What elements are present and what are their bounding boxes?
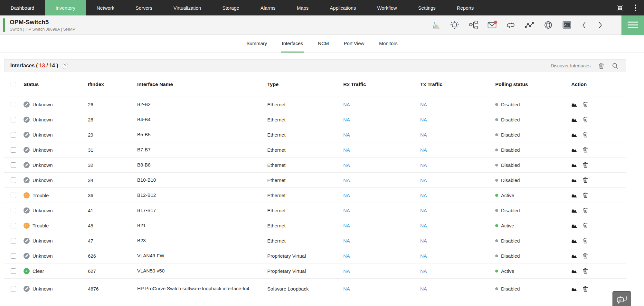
collapse-icon[interactable]: [616, 4, 623, 11]
nav-item-maps[interactable]: Maps: [286, 0, 319, 15]
chevron-left-icon[interactable]: [581, 21, 587, 29]
row-checkbox[interactable]: [11, 238, 16, 244]
performance-graph-icon[interactable]: [431, 21, 440, 30]
tx-traffic-link[interactable]: NA: [420, 238, 427, 244]
traffic-graph-icon[interactable]: [571, 177, 577, 183]
traffic-graph-icon[interactable]: [571, 192, 577, 198]
tab-summary[interactable]: Summary: [246, 35, 268, 53]
traffic-graph-icon[interactable]: [571, 162, 577, 168]
kebab-menu-icon[interactable]: [632, 4, 639, 11]
rx-traffic-link[interactable]: NA: [343, 177, 350, 183]
tab-port-view[interactable]: Port View: [343, 35, 365, 53]
row-checkbox[interactable]: [11, 132, 16, 138]
alarm-bell-icon[interactable]: [450, 21, 459, 30]
row-checkbox[interactable]: [11, 208, 16, 213]
nav-item-reports[interactable]: Reports: [446, 0, 485, 15]
tx-traffic-link[interactable]: NA: [420, 208, 427, 213]
row-checkbox[interactable]: [11, 147, 16, 153]
tab-ncm[interactable]: NCM: [317, 35, 329, 53]
tx-traffic-link[interactable]: NA: [420, 253, 427, 259]
traffic-graph-icon[interactable]: [571, 223, 577, 229]
tx-traffic-link[interactable]: NA: [420, 286, 427, 292]
row-checkbox[interactable]: [11, 117, 16, 122]
delete-row-icon[interactable]: [582, 101, 588, 108]
globe-icon[interactable]: [544, 21, 553, 30]
rx-traffic-link[interactable]: NA: [343, 132, 350, 138]
chat-widget[interactable]: [612, 291, 631, 306]
traffic-graph-icon[interactable]: [571, 101, 577, 108]
delete-row-icon[interactable]: [582, 238, 588, 244]
delete-row-icon[interactable]: [582, 162, 588, 168]
delete-row-icon[interactable]: [582, 177, 588, 183]
tx-traffic-link[interactable]: NA: [420, 193, 427, 198]
mail-notification-icon[interactable]: [488, 21, 497, 30]
tx-traffic-link[interactable]: NA: [420, 132, 427, 138]
line-chart-icon[interactable]: [525, 21, 534, 30]
workflow-topology-icon[interactable]: [469, 21, 478, 30]
nav-item-alarms[interactable]: Alarms: [250, 0, 286, 15]
row-checkbox[interactable]: [11, 286, 16, 292]
rx-traffic-link[interactable]: NA: [343, 253, 350, 259]
traffic-graph-icon[interactable]: [571, 286, 577, 292]
traffic-graph-icon[interactable]: [571, 132, 577, 138]
tx-traffic-link[interactable]: NA: [420, 102, 427, 107]
nav-item-inventory[interactable]: Inventory: [45, 0, 86, 15]
nav-item-workflow[interactable]: Workflow: [366, 0, 407, 15]
traffic-graph-icon[interactable]: [571, 117, 577, 123]
delete-row-icon[interactable]: [582, 132, 588, 138]
delete-row-icon[interactable]: [582, 253, 588, 259]
sync-loop-icon[interactable]: [506, 21, 515, 30]
row-checkbox[interactable]: [11, 177, 16, 183]
rx-traffic-link[interactable]: NA: [343, 238, 350, 244]
delete-row-icon[interactable]: [582, 223, 588, 229]
rx-traffic-link[interactable]: NA: [343, 268, 350, 274]
tx-traffic-link[interactable]: NA: [420, 268, 427, 274]
delete-row-icon[interactable]: [582, 286, 588, 292]
rx-traffic-link[interactable]: NA: [343, 223, 350, 228]
rx-traffic-link[interactable]: NA: [343, 193, 350, 198]
chevron-right-icon[interactable]: [597, 21, 603, 29]
nav-item-network[interactable]: Network: [86, 0, 125, 15]
tab-interfaces[interactable]: Interfaces: [281, 35, 304, 53]
rx-traffic-link[interactable]: NA: [343, 286, 350, 292]
tx-traffic-link[interactable]: NA: [420, 147, 427, 153]
rx-traffic-link[interactable]: NA: [343, 162, 350, 168]
traffic-graph-icon[interactable]: [571, 147, 577, 153]
rx-traffic-link[interactable]: NA: [343, 117, 350, 122]
terminal-icon[interactable]: [562, 21, 571, 30]
row-checkbox[interactable]: [11, 223, 16, 228]
delete-row-icon[interactable]: [582, 207, 588, 214]
traffic-graph-icon[interactable]: [571, 253, 577, 259]
row-checkbox[interactable]: [11, 268, 16, 274]
delete-row-icon[interactable]: [582, 147, 588, 153]
tx-traffic-link[interactable]: NA: [420, 117, 427, 122]
rx-traffic-link[interactable]: NA: [343, 147, 350, 153]
row-checkbox[interactable]: [11, 162, 16, 168]
row-checkbox[interactable]: [11, 193, 16, 198]
rx-traffic-link[interactable]: NA: [343, 102, 350, 107]
help-icon[interactable]: ?: [62, 63, 68, 69]
traffic-graph-icon[interactable]: [571, 207, 577, 214]
delete-row-icon[interactable]: [582, 192, 588, 198]
nav-item-dashboard[interactable]: Dashboard: [0, 0, 45, 15]
traffic-graph-icon[interactable]: [571, 238, 577, 244]
nav-item-virtualization[interactable]: Virtualization: [163, 0, 212, 15]
search-icon[interactable]: [612, 62, 618, 69]
tab-monitors[interactable]: Monitors: [378, 35, 398, 53]
nav-item-settings[interactable]: Settings: [408, 0, 446, 15]
hamburger-menu-icon[interactable]: [621, 15, 644, 35]
row-checkbox[interactable]: [11, 102, 16, 107]
delete-row-icon[interactable]: [582, 268, 588, 274]
tx-traffic-link[interactable]: NA: [420, 177, 427, 183]
nav-item-storage[interactable]: Storage: [212, 0, 250, 15]
select-all-checkbox[interactable]: [11, 82, 16, 87]
nav-item-servers[interactable]: Servers: [125, 0, 163, 15]
delete-row-icon[interactable]: [582, 117, 588, 123]
rx-traffic-link[interactable]: NA: [343, 208, 350, 213]
nav-item-applications[interactable]: Applications: [319, 0, 366, 15]
tx-traffic-link[interactable]: NA: [420, 223, 427, 228]
discover-interfaces-link[interactable]: Discover Interfaces: [551, 63, 591, 68]
trash-icon[interactable]: [598, 62, 604, 69]
traffic-graph-icon[interactable]: [571, 268, 577, 274]
tx-traffic-link[interactable]: NA: [420, 162, 427, 168]
